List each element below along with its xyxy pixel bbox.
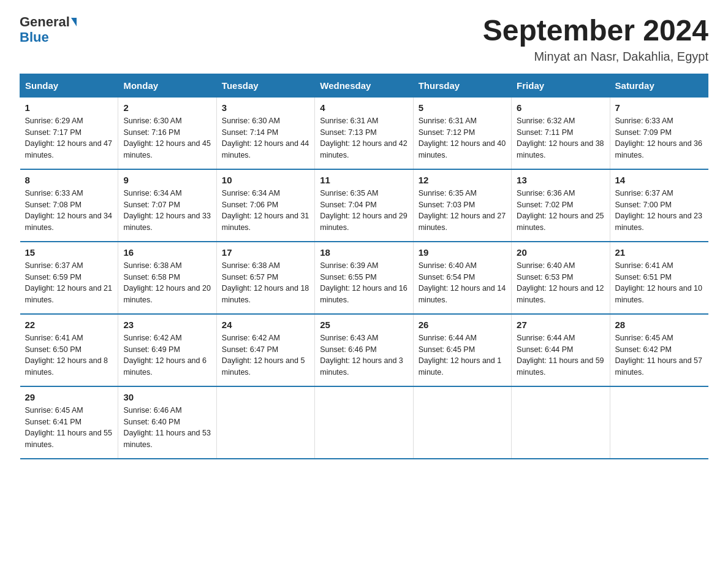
day-number: 11 xyxy=(320,175,408,185)
day-info: Sunrise: 6:31 AMSunset: 7:12 PMDaylight:… xyxy=(419,117,506,159)
day-info: Sunrise: 6:37 AMSunset: 6:59 PMDaylight:… xyxy=(25,261,112,304)
calendar-day-cell: 11 Sunrise: 6:35 AMSunset: 7:04 PMDaylig… xyxy=(315,169,413,242)
day-number: 27 xyxy=(517,320,604,330)
calendar-day-cell xyxy=(610,386,708,459)
calendar-week-row: 29 Sunrise: 6:45 AMSunset: 6:41 PMDaylig… xyxy=(20,386,708,459)
calendar-day-cell: 2 Sunrise: 6:30 AMSunset: 7:16 PMDayligh… xyxy=(118,97,216,169)
calendar-day-cell: 28 Sunrise: 6:45 AMSunset: 6:42 PMDaylig… xyxy=(610,314,708,386)
calendar-day-cell: 5 Sunrise: 6:31 AMSunset: 7:12 PMDayligh… xyxy=(413,97,511,169)
day-info: Sunrise: 6:40 AMSunset: 6:54 PMDaylight:… xyxy=(419,261,506,304)
calendar-title: September 2024 xyxy=(483,15,708,47)
header-sunday: Sunday xyxy=(20,74,118,97)
calendar-day-cell: 27 Sunrise: 6:44 AMSunset: 6:44 PMDaylig… xyxy=(512,314,610,386)
day-number: 30 xyxy=(123,392,211,402)
calendar-day-cell: 29 Sunrise: 6:45 AMSunset: 6:41 PMDaylig… xyxy=(20,386,118,459)
day-number: 6 xyxy=(517,102,604,113)
day-number: 25 xyxy=(320,320,408,330)
calendar-day-cell: 1 Sunrise: 6:29 AMSunset: 7:17 PMDayligh… xyxy=(20,97,118,169)
calendar-week-row: 22 Sunrise: 6:41 AMSunset: 6:50 PMDaylig… xyxy=(20,314,708,386)
calendar-day-cell xyxy=(216,386,314,459)
calendar-day-cell: 15 Sunrise: 6:37 AMSunset: 6:59 PMDaylig… xyxy=(20,242,118,314)
day-number: 9 xyxy=(123,175,211,185)
calendar-day-cell: 22 Sunrise: 6:41 AMSunset: 6:50 PMDaylig… xyxy=(20,314,118,386)
calendar-day-cell: 17 Sunrise: 6:38 AMSunset: 6:57 PMDaylig… xyxy=(216,242,314,314)
day-info: Sunrise: 6:38 AMSunset: 6:57 PMDaylight:… xyxy=(222,261,309,304)
day-info: Sunrise: 6:38 AMSunset: 6:58 PMDaylight:… xyxy=(123,261,210,304)
day-number: 15 xyxy=(25,247,113,258)
day-info: Sunrise: 6:34 AMSunset: 7:07 PMDaylight:… xyxy=(123,189,210,232)
day-number: 2 xyxy=(123,102,211,113)
day-number: 1 xyxy=(25,102,113,113)
day-info: Sunrise: 6:32 AMSunset: 7:11 PMDaylight:… xyxy=(517,117,604,159)
calendar-week-row: 15 Sunrise: 6:37 AMSunset: 6:59 PMDaylig… xyxy=(20,242,708,314)
logo-text-blue: Blue xyxy=(20,29,49,45)
calendar-day-cell: 23 Sunrise: 6:42 AMSunset: 6:49 PMDaylig… xyxy=(118,314,216,386)
day-info: Sunrise: 6:41 AMSunset: 6:50 PMDaylight:… xyxy=(25,334,108,377)
day-info: Sunrise: 6:42 AMSunset: 6:47 PMDaylight:… xyxy=(222,334,305,377)
calendar-day-cell: 26 Sunrise: 6:44 AMSunset: 6:45 PMDaylig… xyxy=(413,314,511,386)
day-number: 24 xyxy=(222,320,309,330)
day-info: Sunrise: 6:30 AMSunset: 7:16 PMDaylight:… xyxy=(123,117,210,159)
calendar-day-cell xyxy=(413,386,511,459)
calendar-day-cell: 9 Sunrise: 6:34 AMSunset: 7:07 PMDayligh… xyxy=(118,169,216,242)
calendar-day-cell: 7 Sunrise: 6:33 AMSunset: 7:09 PMDayligh… xyxy=(610,97,708,169)
day-number: 26 xyxy=(419,320,506,330)
day-number: 12 xyxy=(419,175,506,185)
calendar-day-cell: 3 Sunrise: 6:30 AMSunset: 7:14 PMDayligh… xyxy=(216,97,314,169)
day-number: 29 xyxy=(25,392,113,402)
day-info: Sunrise: 6:29 AMSunset: 7:17 PMDaylight:… xyxy=(25,117,112,159)
day-number: 4 xyxy=(320,102,408,113)
calendar-day-cell: 30 Sunrise: 6:46 AMSunset: 6:40 PMDaylig… xyxy=(118,386,216,459)
calendar-day-cell: 10 Sunrise: 6:34 AMSunset: 7:06 PMDaylig… xyxy=(216,169,314,242)
title-area: September 2024 Minyat an Nasr, Dakahlia,… xyxy=(483,15,708,64)
calendar-week-row: 1 Sunrise: 6:29 AMSunset: 7:17 PMDayligh… xyxy=(20,97,708,169)
day-info: Sunrise: 6:45 AMSunset: 6:41 PMDaylight:… xyxy=(25,406,112,449)
calendar-day-cell: 18 Sunrise: 6:39 AMSunset: 6:55 PMDaylig… xyxy=(315,242,413,314)
day-info: Sunrise: 6:36 AMSunset: 7:02 PMDaylight:… xyxy=(517,189,604,232)
days-header-row: Sunday Monday Tuesday Wednesday Thursday… xyxy=(20,74,708,97)
header-friday: Friday xyxy=(512,74,610,97)
day-info: Sunrise: 6:35 AMSunset: 7:04 PMDaylight:… xyxy=(320,189,407,232)
day-number: 8 xyxy=(25,175,113,185)
day-number: 21 xyxy=(615,247,703,258)
day-number: 5 xyxy=(419,102,506,113)
day-info: Sunrise: 6:43 AMSunset: 6:46 PMDaylight:… xyxy=(320,334,403,377)
day-info: Sunrise: 6:37 AMSunset: 7:00 PMDaylight:… xyxy=(615,189,702,232)
day-number: 19 xyxy=(419,247,506,258)
logo-triangle-icon xyxy=(71,18,77,26)
calendar-day-cell: 16 Sunrise: 6:38 AMSunset: 6:58 PMDaylig… xyxy=(118,242,216,314)
day-info: Sunrise: 6:31 AMSunset: 7:13 PMDaylight:… xyxy=(320,117,407,159)
header-tuesday: Tuesday xyxy=(216,74,314,97)
calendar-subtitle: Minyat an Nasr, Dakahlia, Egypt xyxy=(483,50,708,64)
calendar-table: Sunday Monday Tuesday Wednesday Thursday… xyxy=(20,74,708,459)
day-number: 20 xyxy=(517,247,604,258)
calendar-day-cell xyxy=(512,386,610,459)
day-number: 10 xyxy=(222,175,309,185)
calendar-day-cell xyxy=(315,386,413,459)
day-info: Sunrise: 6:46 AMSunset: 6:40 PMDaylight:… xyxy=(123,406,210,449)
day-info: Sunrise: 6:44 AMSunset: 6:44 PMDaylight:… xyxy=(517,334,604,377)
calendar-day-cell: 20 Sunrise: 6:40 AMSunset: 6:53 PMDaylig… xyxy=(512,242,610,314)
day-info: Sunrise: 6:40 AMSunset: 6:53 PMDaylight:… xyxy=(517,261,604,304)
day-number: 7 xyxy=(615,102,703,113)
day-info: Sunrise: 6:42 AMSunset: 6:49 PMDaylight:… xyxy=(123,334,207,377)
day-info: Sunrise: 6:34 AMSunset: 7:06 PMDaylight:… xyxy=(222,189,309,232)
day-info: Sunrise: 6:35 AMSunset: 7:03 PMDaylight:… xyxy=(419,189,506,232)
day-number: 16 xyxy=(123,247,211,258)
day-number: 18 xyxy=(320,247,408,258)
day-info: Sunrise: 6:33 AMSunset: 7:09 PMDaylight:… xyxy=(615,117,702,159)
day-info: Sunrise: 6:30 AMSunset: 7:14 PMDaylight:… xyxy=(222,117,309,159)
day-number: 3 xyxy=(222,102,309,113)
day-number: 14 xyxy=(615,175,703,185)
header-monday: Monday xyxy=(118,74,216,97)
day-info: Sunrise: 6:39 AMSunset: 6:55 PMDaylight:… xyxy=(320,261,407,304)
day-number: 22 xyxy=(25,320,113,330)
calendar-day-cell: 14 Sunrise: 6:37 AMSunset: 7:00 PMDaylig… xyxy=(610,169,708,242)
calendar-day-cell: 6 Sunrise: 6:32 AMSunset: 7:11 PMDayligh… xyxy=(512,97,610,169)
day-info: Sunrise: 6:41 AMSunset: 6:51 PMDaylight:… xyxy=(615,261,702,304)
day-info: Sunrise: 6:45 AMSunset: 6:42 PMDaylight:… xyxy=(615,334,702,377)
calendar-day-cell: 24 Sunrise: 6:42 AMSunset: 6:47 PMDaylig… xyxy=(216,314,314,386)
day-number: 28 xyxy=(615,320,703,330)
calendar-day-cell: 19 Sunrise: 6:40 AMSunset: 6:54 PMDaylig… xyxy=(413,242,511,314)
calendar-day-cell: 12 Sunrise: 6:35 AMSunset: 7:03 PMDaylig… xyxy=(413,169,511,242)
